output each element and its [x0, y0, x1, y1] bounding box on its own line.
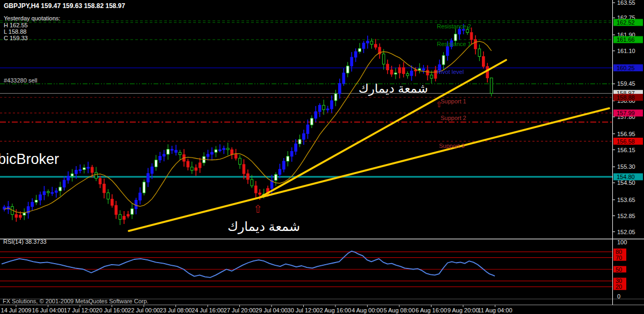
- support-3-label: Support 3: [439, 143, 465, 149]
- resistance-2-label: Resistance 2: [437, 23, 471, 29]
- demark-candle-annotation-top: شمعة ديمارك: [358, 81, 428, 96]
- yesterday-low: L 158.88: [4, 28, 26, 35]
- demark-candle-annotation-bottom: شمعة ديمارك: [228, 219, 300, 234]
- copyright-text: FX Solutions, © 2001-2009 MetaQuotes Sof…: [3, 298, 149, 304]
- yesterday-high: H 162.55: [4, 22, 28, 28]
- broker-watermark: bicBroker: [0, 151, 59, 168]
- price-axis[interactable]: [612, 0, 644, 305]
- support-2-label: Support 2: [441, 115, 466, 121]
- open-order-label: #433280 sell: [4, 77, 37, 84]
- yesterday-close: C 159.33: [4, 35, 28, 41]
- time-axis[interactable]: [0, 305, 644, 314]
- yesterday-quotations-title: Yesterday quotations:: [4, 15, 60, 21]
- support-1-label: Support 1: [441, 98, 466, 104]
- up-arrow-icon: ⇧: [253, 203, 262, 215]
- main-chart-region[interactable]: [0, 0, 612, 238]
- resistance-1-label: Resistance 1: [437, 41, 471, 47]
- rsi-indicator-readout: RSI(14) 38.3733: [3, 238, 47, 245]
- pivot-level-label: Pivot level: [437, 69, 464, 75]
- mt4-chart-window: 163.55162.75161.90161.10159.45158.60157.…: [0, 0, 644, 314]
- symbol-ohlc-readout: GBPJPY,H4 159.47 159.63 158.82 158.97: [4, 2, 125, 10]
- rsi-pane-region[interactable]: [0, 240, 612, 297]
